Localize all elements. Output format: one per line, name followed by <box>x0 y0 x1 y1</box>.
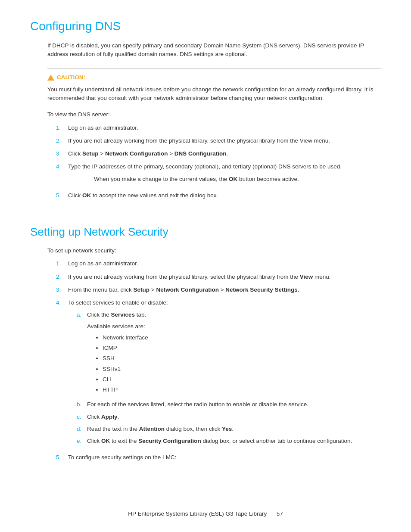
ns-service-network-interface: Network Interface <box>103 333 381 342</box>
ns-service-icmp: ICMP <box>103 344 381 352</box>
dns-step-5: 5. Click OK to accept the new values and… <box>56 191 381 200</box>
caution-triangle-icon <box>47 75 54 81</box>
ns-service-ssh: SSH <box>103 354 381 363</box>
dns-step4-note: When you make a change to the current va… <box>94 175 381 184</box>
dns-step-3: 3. Click Setup > Network Configuration >… <box>56 149 381 158</box>
dns-step3-network-config: Network Configuration <box>105 150 168 157</box>
ns-step4a-available: Available services are: <box>87 322 381 331</box>
ns-step4a: a. Click the Services tab. Available ser… <box>77 311 381 397</box>
dns-step-4: 4. Type the IP addresses of the primary,… <box>56 162 381 187</box>
dns-step-2: 2. If you are not already working from t… <box>56 137 381 145</box>
configuring-dns-section: Configuring DNS If DHCP is disabled, you… <box>30 17 381 200</box>
network-security-section: Setting up Network Security To set up ne… <box>30 224 381 462</box>
ns-services-list: Network Interface ICMP SSH SSHv1 CLI HTT… <box>96 333 381 395</box>
ns-step3-network-config: Network Configuration <box>156 286 219 293</box>
dns-step5-ok: OK <box>82 192 91 199</box>
ns-step4e-security-config: Security Configuration <box>138 438 201 444</box>
page-number: 57 <box>277 510 283 517</box>
footer-spacer <box>268 510 275 517</box>
network-security-title: Setting up Network Security <box>30 224 381 240</box>
dns-steps-list: 1. Log on as an administrator. 2. If you… <box>56 124 381 200</box>
ns-step4d: d. Read the text in the Attention dialog… <box>77 425 381 433</box>
ns-step-4: 4. To select services to enable or disab… <box>56 299 381 449</box>
dns-step3-setup: Setup <box>82 150 99 157</box>
ns-step4c-apply: Apply <box>101 414 118 420</box>
caution-box: CAUTION: You must fully understand all n… <box>47 68 381 103</box>
ns-service-http: HTTP <box>103 386 381 394</box>
dns-step-1: 1. Log on as an administrator. <box>56 124 381 132</box>
ns-step4d-attention: Attention <box>139 426 165 432</box>
ns-service-cli: CLI <box>103 375 381 384</box>
footer-text: HP Enterprise Systems Library (ESL) G3 T… <box>128 510 267 517</box>
ns-step4-substeps: a. Click the Services tab. Available ser… <box>77 311 381 445</box>
ns-step4b: b. For each of the services listed, sele… <box>77 400 381 409</box>
ns-step4c: c. Click Apply. <box>77 413 381 421</box>
network-security-steps-list: 1. Log on as an administrator. 2. If you… <box>56 259 381 462</box>
ns-step4d-yes: Yes <box>222 426 232 432</box>
ns-step-2: 2. If you are not already working from t… <box>56 273 381 281</box>
caution-title: CAUTION: <box>47 73 381 82</box>
configuring-dns-title: Configuring DNS <box>30 17 381 35</box>
ns-step-3: 3. From the menu bar, click Setup > Netw… <box>56 286 381 294</box>
ns-step4e: e. Click OK to exit the Security Configu… <box>77 437 381 445</box>
ns-service-sshv1: SSHv1 <box>103 365 381 373</box>
dns-step3-dns-config: DNS Configuration <box>174 150 227 157</box>
ns-step-5: 5. To configure security settings on the… <box>56 453 381 462</box>
section-divider <box>30 213 381 213</box>
ns-step4a-services: Services <box>111 311 135 318</box>
network-security-intro: To set up network security: <box>47 246 381 255</box>
view-dns-label: To view the DNS server: <box>47 110 381 119</box>
ns-step4e-ok: OK <box>101 438 110 444</box>
configuring-dns-intro: If DHCP is disabled, you can specify pri… <box>47 41 381 59</box>
ns-step3-network-security: Network Security Settings <box>225 286 297 293</box>
ns-step-1: 1. Log on as an administrator. <box>56 259 381 268</box>
ns-step2-view: View <box>300 274 313 280</box>
caution-text: You must fully understand all network is… <box>47 85 381 103</box>
page-footer: HP Enterprise Systems Library (ESL) G3 T… <box>0 510 411 518</box>
ns-step3-setup: Setup <box>134 286 150 293</box>
